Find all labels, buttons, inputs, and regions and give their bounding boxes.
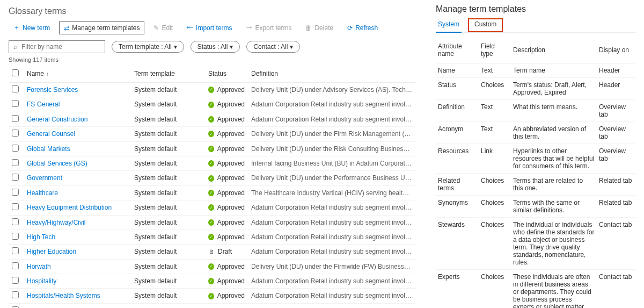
row-checkbox[interactable] (12, 100, 19, 107)
table-row[interactable]: Global MarketsSystem default✓ApprovedDel… (9, 141, 415, 156)
term-status: ✓Approved (208, 101, 245, 108)
filter-contact[interactable]: Contact : All▾ (246, 41, 300, 53)
attr-type: Choices (479, 78, 511, 100)
term-template: System default (131, 200, 205, 215)
term-name-link[interactable]: Heavy/Highway/Civil (24, 215, 131, 230)
table-row[interactable]: Heavy/Highway/CivilSystem default✓Approv… (9, 215, 415, 230)
row-checkbox[interactable] (12, 247, 19, 254)
term-definition: Adatum Corporation Retail industry sub s… (248, 215, 415, 230)
row-checkbox[interactable] (12, 159, 19, 166)
term-definition: Adatum Corporation Retail industry sub s… (248, 97, 415, 112)
term-definition (248, 303, 415, 308)
table-row[interactable]: General CounselSystem default✓ApprovedDe… (9, 127, 415, 141)
row-checkbox[interactable] (12, 262, 19, 269)
term-name-link[interactable]: Forensic Services (24, 83, 131, 97)
table-row[interactable]: General ConstructionSystem default✓Appro… (9, 112, 415, 126)
term-template: System default (131, 141, 205, 156)
attr-name: Experts (436, 270, 479, 309)
table-row[interactable]: Hospitals/Health SystemsSystem default✓A… (9, 289, 415, 303)
attr-desc: An abbreviated version of this term. (511, 122, 597, 144)
chevron-down-icon: ▾ (174, 43, 177, 51)
tab-custom[interactable]: Custom (468, 18, 503, 32)
tab-system[interactable]: System (436, 18, 462, 32)
row-checkbox[interactable] (12, 115, 19, 122)
attr-display: Overview tab (597, 122, 635, 144)
attr-desc: The individual or individuals who define… (511, 218, 597, 270)
term-name-link[interactable]: Hospitals/Health Systems (24, 289, 131, 303)
table-row[interactable]: HR_CostCenterSystem default🗎Draft (9, 303, 415, 308)
term-status: ✓Approved (208, 174, 245, 182)
table-row[interactable]: GovernmentSystem default✓ApprovedDeliver… (9, 171, 415, 185)
term-template: System default (131, 171, 205, 185)
attr-display: Overview tab (597, 100, 635, 122)
term-name-link[interactable]: Global Services (GS) (24, 156, 131, 170)
term-status: 🗎Draft (208, 248, 245, 255)
col-name[interactable]: Name↑ (24, 65, 131, 83)
table-row[interactable]: HorwathSystem default✓ApprovedDelivery U… (9, 259, 415, 274)
term-name-link[interactable]: Healthcare (24, 185, 131, 200)
term-name-link[interactable]: Hospitality (24, 274, 131, 289)
term-name-link[interactable]: General Construction (24, 112, 131, 126)
refresh-button[interactable]: ⟳Refresh (342, 22, 383, 34)
term-status: ✓Approved (208, 160, 245, 167)
term-name-link[interactable]: Higher Education (24, 245, 131, 259)
term-name-link[interactable]: Heavy Equipment Distribution (24, 200, 131, 215)
table-row[interactable]: Forensic ServicesSystem default✓Approved… (9, 83, 415, 97)
attr-display: Contact tab (597, 270, 635, 309)
attr-type: Link (479, 144, 511, 174)
table-row[interactable]: Heavy Equipment DistributionSystem defau… (9, 200, 415, 215)
attr-display: Header (597, 78, 635, 100)
term-name-link[interactable]: FS General (24, 97, 131, 112)
row-checkbox[interactable] (12, 233, 19, 240)
row-checkbox[interactable] (12, 203, 19, 210)
term-template: System default (131, 259, 205, 274)
select-all-checkbox[interactable] (12, 69, 19, 76)
row-checkbox[interactable] (12, 277, 19, 284)
table-row[interactable]: Higher EducationSystem default🗎DraftAdat… (9, 245, 415, 259)
row-checkbox[interactable] (12, 218, 19, 225)
row-checkbox[interactable] (12, 130, 19, 137)
approved-icon: ✓ (208, 175, 214, 182)
manage-templates-button[interactable]: ⇄Manage term templates (59, 22, 144, 34)
edit-icon: ✎ (153, 24, 159, 32)
new-term-label: New term (23, 24, 50, 32)
row-checkbox[interactable] (12, 145, 19, 152)
term-name-link[interactable]: Horwath (24, 259, 131, 274)
filter-status[interactable]: Status : All▾ (191, 41, 240, 53)
term-name-link[interactable]: Global Markets (24, 141, 131, 156)
term-name-link[interactable]: Government (24, 171, 131, 185)
filter-name[interactable]: ⌕ (9, 40, 105, 53)
term-name-link[interactable]: General Counsel (24, 127, 131, 141)
term-definition: Delivery Unit (DU) under Advisory Servic… (248, 83, 415, 97)
attr-type: Choices (479, 174, 511, 196)
attr-row: DefinitionTextWhat this term means.Overv… (436, 100, 635, 122)
row-checkbox[interactable] (12, 85, 19, 92)
approved-icon: ✓ (208, 87, 214, 93)
filter-status-label: Status : All (197, 43, 228, 51)
term-name-link[interactable]: HR_CostCenter (24, 303, 131, 308)
table-row[interactable]: HospitalitySystem default✓ApprovedAdatum… (9, 274, 415, 289)
table-row[interactable]: FS GeneralSystem default✓ApprovedAdatum … (9, 97, 415, 112)
col-status[interactable]: Status (205, 65, 248, 83)
row-checkbox[interactable] (12, 189, 19, 196)
approved-icon: ✓ (208, 234, 214, 240)
table-row[interactable]: Global Services (GS)System default✓Appro… (9, 156, 415, 170)
settings-icon: ⇄ (64, 24, 69, 32)
attr-name: Resources (436, 144, 479, 174)
col-template[interactable]: Term template (131, 65, 205, 83)
row-checkbox[interactable] (12, 291, 19, 298)
term-template: System default (131, 185, 205, 200)
col-definition[interactable]: Definition (248, 65, 415, 83)
table-row[interactable]: HealthcareSystem default✓ApprovedThe Hea… (9, 185, 415, 200)
row-checkbox[interactable] (12, 174, 19, 181)
attr-type: Choices (479, 196, 511, 218)
term-definition: The Healthcare Industry Vertical (HCIV) … (248, 185, 415, 200)
filter-template[interactable]: Term template : All▾ (112, 41, 184, 53)
attr-desc: Term name (511, 63, 597, 78)
filter-input[interactable] (20, 42, 100, 51)
new-term-button[interactable]: ＋New term (9, 20, 55, 35)
import-button[interactable]: ⭰Import terms (182, 22, 237, 34)
attr-display: Related tab (597, 174, 635, 196)
table-row[interactable]: High TechSystem default✓ApprovedAdatum C… (9, 230, 415, 244)
term-name-link[interactable]: High Tech (24, 230, 131, 244)
